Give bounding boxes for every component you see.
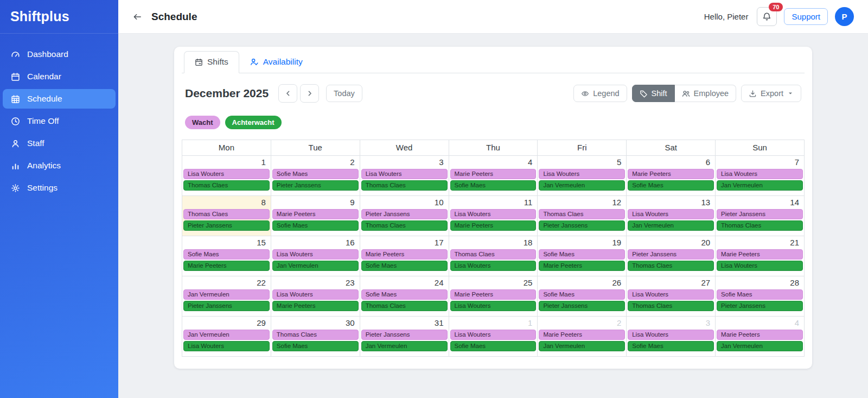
shift-bar-achterwacht[interactable]: Jan Vermeulen	[717, 180, 803, 191]
calendar-day[interactable]: 6 Marie Peeters Sofie Maes	[627, 156, 716, 196]
sidebar-item-calendar[interactable]: Calendar	[3, 67, 116, 86]
calendar-day[interactable]: 1 Lisa Wouters Thomas Claes	[182, 156, 271, 196]
shift-bar-wacht[interactable]: Lisa Wouters	[717, 169, 803, 179]
shift-bar-wacht[interactable]: Marie Peeters	[717, 330, 803, 340]
calendar-day[interactable]: 1 Lisa Wouters Sofie Maes	[449, 317, 538, 357]
shift-bar-wacht[interactable]: Sofie Maes	[183, 249, 270, 260]
shift-bar-wacht[interactable]: Lisa Wouters	[272, 289, 359, 300]
shift-bar-wacht[interactable]: Thomas Claes	[450, 249, 537, 260]
calendar-day[interactable]: 29 Jan Vermeulen Lisa Wouters	[182, 317, 271, 357]
shift-bar-achterwacht[interactable]: Jan Vermeulen	[361, 341, 448, 351]
shift-bar-wacht[interactable]: Lisa Wouters	[450, 209, 537, 219]
shift-bar-wacht[interactable]: Lisa Wouters	[183, 169, 270, 179]
shift-bar-achterwacht[interactable]: Thomas Claes	[361, 180, 448, 191]
shift-bar-wacht[interactable]: Pieter Janssens	[361, 330, 448, 340]
shift-bar-wacht[interactable]: Pieter Janssens	[717, 209, 803, 219]
shift-bar-achterwacht[interactable]: Jan Vermeulen	[539, 341, 625, 351]
shift-bar-wacht[interactable]: Marie Peeters	[450, 169, 537, 179]
shift-bar-achterwacht[interactable]: Jan Vermeulen	[717, 341, 803, 351]
shift-bar-wacht[interactable]: Lisa Wouters	[272, 249, 359, 260]
shift-bar-achterwacht[interactable]: Pieter Janssens	[272, 180, 359, 191]
shift-bar-wacht[interactable]: Lisa Wouters	[628, 289, 714, 300]
shift-bar-wacht[interactable]: Jan Vermeulen	[183, 289, 270, 300]
calendar-day[interactable]: 4 Marie Peeters Sofie Maes	[449, 156, 538, 196]
shift-bar-achterwacht[interactable]: Lisa Wouters	[450, 301, 537, 311]
sidebar-item-settings[interactable]: Settings	[3, 178, 116, 198]
shift-bar-wacht[interactable]: Pieter Janssens	[361, 209, 448, 219]
calendar-day[interactable]: 12 Thomas Claes Pieter Janssens	[538, 196, 627, 236]
shift-bar-achterwacht[interactable]: Sofie Maes	[628, 341, 714, 351]
shift-bar-achterwacht[interactable]: Thomas Claes	[717, 220, 803, 231]
calendar-day[interactable]: 10 Pieter Janssens Thomas Claes	[360, 196, 449, 236]
shift-bar-wacht[interactable]: Pieter Janssens	[628, 249, 714, 260]
calendar-day[interactable]: 14 Pieter Janssens Thomas Claes	[716, 196, 805, 236]
calendar-day[interactable]: 11 Lisa Wouters Marie Peeters	[449, 196, 538, 236]
shift-bar-achterwacht[interactable]: Thomas Claes	[183, 180, 270, 191]
shift-bar-achterwacht[interactable]: Lisa Wouters	[183, 341, 270, 351]
shift-bar-wacht[interactable]: Sofie Maes	[539, 249, 625, 260]
shift-bar-wacht[interactable]: Thomas Claes	[539, 209, 625, 219]
shift-bar-wacht[interactable]: Sofie Maes	[272, 169, 359, 179]
tab-availability[interactable]: Availability	[239, 51, 314, 73]
shift-bar-wacht[interactable]: Marie Peeters	[450, 289, 537, 300]
shift-bar-wacht[interactable]: Marie Peeters	[272, 209, 359, 219]
shift-bar-achterwacht[interactable]: Lisa Wouters	[450, 261, 537, 271]
shift-bar-achterwacht[interactable]: Jan Vermeulen	[272, 261, 359, 271]
shift-bar-wacht[interactable]: Marie Peeters	[539, 330, 625, 340]
shift-bar-achterwacht[interactable]: Thomas Claes	[361, 301, 448, 311]
calendar-day[interactable]: 9 Marie Peeters Sofie Maes	[271, 196, 360, 236]
calendar-day[interactable]: 20 Pieter Janssens Thomas Claes	[627, 236, 716, 276]
shift-bar-wacht[interactable]: Lisa Wouters	[361, 169, 448, 179]
shift-bar-achterwacht[interactable]: Sofie Maes	[450, 180, 537, 191]
shift-bar-wacht[interactable]: Marie Peeters	[717, 249, 803, 260]
calendar-day[interactable]: 23 Lisa Wouters Marie Peeters	[271, 276, 360, 317]
calendar-day[interactable]: 19 Sofie Maes Marie Peeters	[538, 236, 627, 276]
calendar-day[interactable]: 2 Marie Peeters Jan Vermeulen	[538, 317, 627, 357]
shift-bar-achterwacht[interactable]: Sofie Maes	[628, 180, 714, 191]
calendar-day[interactable]: 7 Lisa Wouters Jan Vermeulen	[716, 156, 805, 196]
export-button[interactable]: Export	[741, 85, 801, 102]
shift-bar-achterwacht[interactable]: Jan Vermeulen	[628, 220, 714, 231]
shift-bar-wacht[interactable]: Sofie Maes	[539, 289, 625, 300]
shift-bar-wacht[interactable]: Lisa Wouters	[628, 209, 714, 219]
user-avatar[interactable]: P	[835, 7, 854, 26]
shift-bar-achterwacht[interactable]: Thomas Claes	[628, 301, 714, 311]
shift-bar-achterwacht[interactable]: Jan Vermeulen	[539, 180, 625, 191]
calendar-day[interactable]: 2 Sofie Maes Pieter Janssens	[271, 156, 360, 196]
view-shift-button[interactable]: Shift	[632, 85, 675, 102]
calendar-day[interactable]: 25 Marie Peeters Lisa Wouters	[449, 276, 538, 317]
shift-bar-achterwacht[interactable]: Thomas Claes	[361, 220, 448, 231]
calendar-day[interactable]: 3 Lisa Wouters Thomas Claes	[360, 156, 449, 196]
sidebar-item-staff[interactable]: Staff	[3, 134, 116, 153]
calendar-day[interactable]: 22 Jan Vermeulen Pieter Janssens	[182, 276, 271, 317]
shift-bar-wacht[interactable]: Marie Peeters	[628, 169, 714, 179]
calendar-day[interactable]: 15 Sofie Maes Marie Peeters	[182, 236, 271, 276]
calendar-day[interactable]: 5 Lisa Wouters Jan Vermeulen	[538, 156, 627, 196]
shift-bar-achterwacht[interactable]: Pieter Janssens	[183, 301, 270, 311]
shift-bar-wacht[interactable]: Jan Vermeulen	[183, 330, 270, 340]
back-arrow-icon[interactable]	[132, 12, 142, 22]
shift-bar-achterwacht[interactable]: Pieter Janssens	[539, 220, 625, 231]
shift-bar-achterwacht[interactable]: Marie Peeters	[272, 301, 359, 311]
notifications-button[interactable]: 70	[757, 7, 777, 26]
calendar-day[interactable]: 31 Pieter Janssens Jan Vermeulen	[360, 317, 449, 357]
calendar-day[interactable]: 27 Lisa Wouters Thomas Claes	[627, 276, 716, 317]
sidebar-item-dashboard[interactable]: Dashboard	[3, 45, 116, 64]
support-button[interactable]: Support	[784, 8, 828, 25]
legend-button[interactable]: Legend	[573, 85, 627, 102]
shift-bar-achterwacht[interactable]: Sofie Maes	[450, 341, 537, 351]
shift-bar-achterwacht[interactable]: Thomas Claes	[628, 261, 714, 271]
shift-bar-achterwacht[interactable]: Marie Peeters	[539, 261, 625, 271]
today-button[interactable]: Today	[326, 85, 362, 102]
shift-bar-achterwacht[interactable]: Lisa Wouters	[717, 261, 803, 271]
calendar-day[interactable]: 13 Lisa Wouters Jan Vermeulen	[627, 196, 716, 236]
calendar-day[interactable]: 8 Thomas Claes Pieter Janssens	[182, 196, 271, 236]
shift-bar-wacht[interactable]: Marie Peeters	[361, 249, 448, 260]
sidebar-item-analytics[interactable]: Analytics	[3, 156, 116, 175]
calendar-day[interactable]: 30 Thomas Claes Sofie Maes	[271, 317, 360, 357]
prev-month-button[interactable]	[278, 84, 297, 103]
shift-bar-wacht[interactable]: Lisa Wouters	[450, 330, 537, 340]
shift-bar-achterwacht[interactable]: Marie Peeters	[183, 261, 270, 271]
shift-bar-achterwacht[interactable]: Sofie Maes	[272, 341, 359, 351]
shift-bar-wacht[interactable]: Thomas Claes	[183, 209, 270, 219]
